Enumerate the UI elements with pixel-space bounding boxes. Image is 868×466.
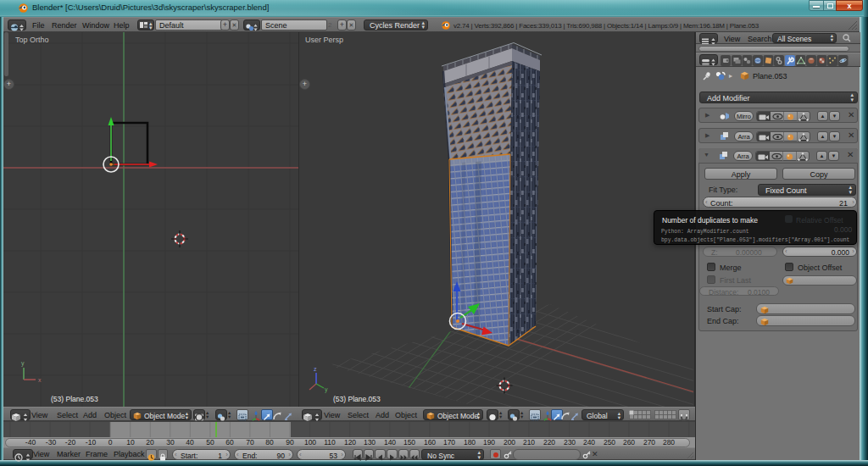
svg-text:x: x	[38, 377, 42, 383]
svg-text:y: y	[325, 386, 328, 393]
svg-text:z: z	[314, 366, 317, 372]
svg-text:y: y	[21, 360, 25, 367]
